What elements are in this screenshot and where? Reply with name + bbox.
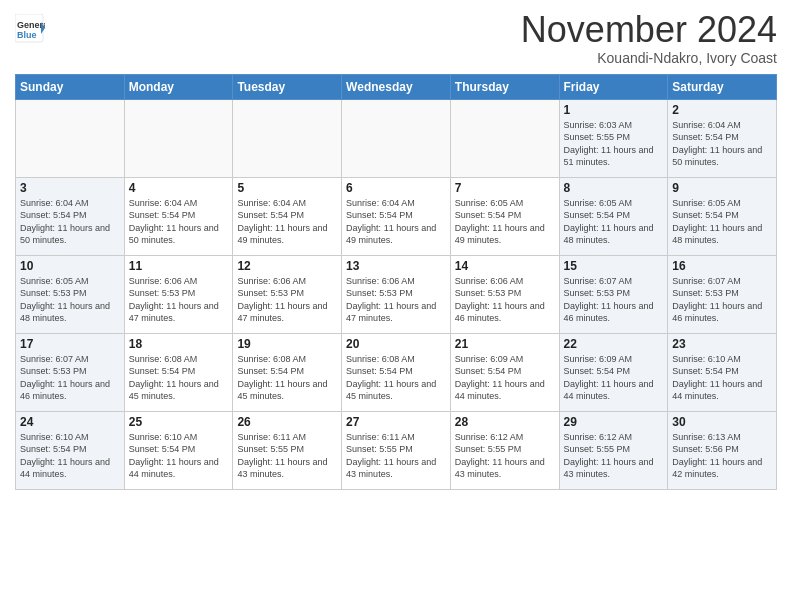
day-number: 21 [455,337,555,351]
calendar-cell [124,99,233,177]
calendar-cell [16,99,125,177]
sunset-text: Sunset: 5:54 PM [237,365,337,378]
day-info: Sunrise: 6:05 AMSunset: 5:54 PMDaylight:… [564,197,664,247]
calendar-week-4: 17Sunrise: 6:07 AMSunset: 5:53 PMDayligh… [16,333,777,411]
calendar-cell: 21Sunrise: 6:09 AMSunset: 5:54 PMDayligh… [450,333,559,411]
daylight-text: Daylight: 11 hours and 45 minutes. [346,378,446,403]
day-number: 28 [455,415,555,429]
calendar-cell: 16Sunrise: 6:07 AMSunset: 5:53 PMDayligh… [668,255,777,333]
daylight-text: Daylight: 11 hours and 46 minutes. [455,300,555,325]
sunrise-text: Sunrise: 6:10 AM [20,431,120,444]
svg-text:Blue: Blue [17,30,37,40]
calendar-cell: 24Sunrise: 6:10 AMSunset: 5:54 PMDayligh… [16,411,125,489]
sunrise-text: Sunrise: 6:07 AM [564,275,664,288]
calendar-cell: 8Sunrise: 6:05 AMSunset: 5:54 PMDaylight… [559,177,668,255]
calendar-week-3: 10Sunrise: 6:05 AMSunset: 5:53 PMDayligh… [16,255,777,333]
sunset-text: Sunset: 5:55 PM [564,443,664,456]
daylight-text: Daylight: 11 hours and 47 minutes. [346,300,446,325]
calendar-table: SundayMondayTuesdayWednesdayThursdayFrid… [15,74,777,490]
sunset-text: Sunset: 5:54 PM [129,209,229,222]
sunset-text: Sunset: 5:53 PM [237,287,337,300]
calendar-week-5: 24Sunrise: 6:10 AMSunset: 5:54 PMDayligh… [16,411,777,489]
day-info: Sunrise: 6:10 AMSunset: 5:54 PMDaylight:… [672,353,772,403]
calendar-week-1: 1Sunrise: 6:03 AMSunset: 5:55 PMDaylight… [16,99,777,177]
day-number: 30 [672,415,772,429]
sunrise-text: Sunrise: 6:04 AM [129,197,229,210]
daylight-text: Daylight: 11 hours and 46 minutes. [564,300,664,325]
day-info: Sunrise: 6:03 AMSunset: 5:55 PMDaylight:… [564,119,664,169]
calendar-cell: 11Sunrise: 6:06 AMSunset: 5:53 PMDayligh… [124,255,233,333]
day-number: 15 [564,259,664,273]
day-number: 11 [129,259,229,273]
calendar-cell: 9Sunrise: 6:05 AMSunset: 5:54 PMDaylight… [668,177,777,255]
calendar-cell: 29Sunrise: 6:12 AMSunset: 5:55 PMDayligh… [559,411,668,489]
sunset-text: Sunset: 5:56 PM [672,443,772,456]
weekday-header-monday: Monday [124,74,233,99]
sunrise-text: Sunrise: 6:06 AM [129,275,229,288]
day-info: Sunrise: 6:04 AMSunset: 5:54 PMDaylight:… [237,197,337,247]
day-number: 25 [129,415,229,429]
weekday-header-wednesday: Wednesday [342,74,451,99]
day-info: Sunrise: 6:08 AMSunset: 5:54 PMDaylight:… [346,353,446,403]
page-header: General Blue November 2024 Kouandi-Ndakr… [15,10,777,66]
sunset-text: Sunset: 5:54 PM [346,365,446,378]
calendar-cell: 7Sunrise: 6:05 AMSunset: 5:54 PMDaylight… [450,177,559,255]
daylight-text: Daylight: 11 hours and 50 minutes. [129,222,229,247]
day-info: Sunrise: 6:11 AMSunset: 5:55 PMDaylight:… [346,431,446,481]
day-info: Sunrise: 6:12 AMSunset: 5:55 PMDaylight:… [455,431,555,481]
day-number: 16 [672,259,772,273]
sunset-text: Sunset: 5:54 PM [672,209,772,222]
calendar-cell: 25Sunrise: 6:10 AMSunset: 5:54 PMDayligh… [124,411,233,489]
sunset-text: Sunset: 5:53 PM [455,287,555,300]
day-number: 5 [237,181,337,195]
day-info: Sunrise: 6:08 AMSunset: 5:54 PMDaylight:… [237,353,337,403]
day-number: 26 [237,415,337,429]
calendar-cell: 14Sunrise: 6:06 AMSunset: 5:53 PMDayligh… [450,255,559,333]
sunrise-text: Sunrise: 6:03 AM [564,119,664,132]
day-number: 22 [564,337,664,351]
day-number: 13 [346,259,446,273]
daylight-text: Daylight: 11 hours and 44 minutes. [455,378,555,403]
calendar-cell: 19Sunrise: 6:08 AMSunset: 5:54 PMDayligh… [233,333,342,411]
calendar-cell: 2Sunrise: 6:04 AMSunset: 5:54 PMDaylight… [668,99,777,177]
day-number: 14 [455,259,555,273]
day-info: Sunrise: 6:06 AMSunset: 5:53 PMDaylight:… [129,275,229,325]
sunset-text: Sunset: 5:53 PM [346,287,446,300]
day-number: 19 [237,337,337,351]
calendar-cell: 1Sunrise: 6:03 AMSunset: 5:55 PMDaylight… [559,99,668,177]
daylight-text: Daylight: 11 hours and 46 minutes. [20,378,120,403]
day-info: Sunrise: 6:04 AMSunset: 5:54 PMDaylight:… [129,197,229,247]
calendar-cell: 12Sunrise: 6:06 AMSunset: 5:53 PMDayligh… [233,255,342,333]
day-info: Sunrise: 6:07 AMSunset: 5:53 PMDaylight:… [20,353,120,403]
day-number: 7 [455,181,555,195]
sunrise-text: Sunrise: 6:08 AM [129,353,229,366]
daylight-text: Daylight: 11 hours and 43 minutes. [455,456,555,481]
sunset-text: Sunset: 5:53 PM [20,287,120,300]
sunrise-text: Sunrise: 6:04 AM [672,119,772,132]
daylight-text: Daylight: 11 hours and 50 minutes. [20,222,120,247]
daylight-text: Daylight: 11 hours and 49 minutes. [455,222,555,247]
day-info: Sunrise: 6:05 AMSunset: 5:54 PMDaylight:… [455,197,555,247]
calendar-cell: 10Sunrise: 6:05 AMSunset: 5:53 PMDayligh… [16,255,125,333]
sunrise-text: Sunrise: 6:05 AM [672,197,772,210]
day-number: 12 [237,259,337,273]
daylight-text: Daylight: 11 hours and 49 minutes. [237,222,337,247]
sunrise-text: Sunrise: 6:05 AM [20,275,120,288]
day-info: Sunrise: 6:04 AMSunset: 5:54 PMDaylight:… [20,197,120,247]
sunset-text: Sunset: 5:54 PM [672,131,772,144]
sunrise-text: Sunrise: 6:07 AM [672,275,772,288]
sunset-text: Sunset: 5:54 PM [20,209,120,222]
daylight-text: Daylight: 11 hours and 44 minutes. [20,456,120,481]
calendar-week-2: 3Sunrise: 6:04 AMSunset: 5:54 PMDaylight… [16,177,777,255]
logo-icon: General Blue [15,14,45,44]
daylight-text: Daylight: 11 hours and 48 minutes. [672,222,772,247]
daylight-text: Daylight: 11 hours and 48 minutes. [20,300,120,325]
calendar-cell [450,99,559,177]
daylight-text: Daylight: 11 hours and 43 minutes. [564,456,664,481]
sunrise-text: Sunrise: 6:12 AM [455,431,555,444]
day-info: Sunrise: 6:07 AMSunset: 5:53 PMDaylight:… [672,275,772,325]
day-number: 8 [564,181,664,195]
calendar-cell: 15Sunrise: 6:07 AMSunset: 5:53 PMDayligh… [559,255,668,333]
sunrise-text: Sunrise: 6:10 AM [129,431,229,444]
sunrise-text: Sunrise: 6:13 AM [672,431,772,444]
